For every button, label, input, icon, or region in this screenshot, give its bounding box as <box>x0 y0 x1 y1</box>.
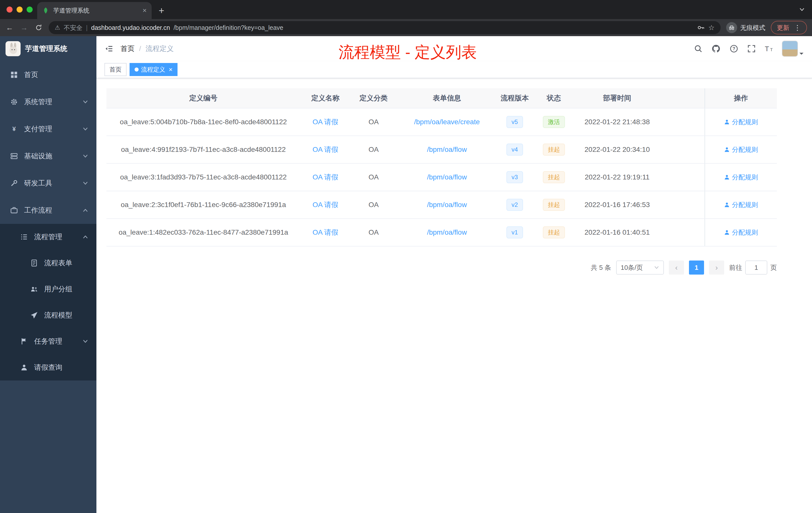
fullscreen-icon[interactable] <box>747 44 756 53</box>
status-badge: 挂起 <box>543 199 565 211</box>
next-page-button[interactable]: › <box>709 261 724 275</box>
sidebar-item-leave-query[interactable]: 请假查询 <box>0 354 96 381</box>
sidebar-item-label: 支付管理 <box>24 124 52 134</box>
sidebar-item-process-form[interactable]: 流程表单 <box>0 250 96 276</box>
status-badge: 挂起 <box>543 227 565 238</box>
sidebar-item-label: 任务管理 <box>34 337 62 346</box>
column-header: 定义名称 <box>300 88 350 108</box>
caret-down-icon <box>799 51 804 56</box>
tag-close-icon[interactable]: × <box>169 66 173 73</box>
sidebar-item-task-management[interactable]: 任务管理 <box>0 328 96 354</box>
update-label: 更新 <box>777 24 789 32</box>
sidebar-brand: 芋道管理系统 <box>0 36 96 61</box>
zoom-window-button[interactable] <box>27 6 33 12</box>
form-info-link[interactable]: /bpm/oa/flow <box>427 229 467 236</box>
chevron-down-icon <box>654 265 659 270</box>
font-size-icon[interactable] <box>765 44 773 53</box>
close-window-button[interactable] <box>6 6 12 12</box>
sidebar-item-process-management[interactable]: 流程管理 <box>0 224 96 250</box>
browser-menu-icon[interactable]: ⋮ <box>794 24 801 32</box>
deploy-time: 2022-01-22 19:19:11 <box>576 163 659 191</box>
form-info-link[interactable]: /bpm/oa/leave/create <box>414 118 480 126</box>
sidebar-item-dev-tools[interactable]: 研发工具 <box>0 170 96 197</box>
version-badge: v1 <box>506 227 523 238</box>
incognito-badge: 无痕模式 <box>726 22 765 33</box>
security-label[interactable]: 不安全 <box>64 24 83 32</box>
minimize-window-button[interactable] <box>17 6 23 12</box>
sidebar-item-process-model[interactable]: 流程模型 <box>0 302 96 328</box>
table-row: oa_leave:3:1fad3d93-7b75-11ec-a3c8-acde4… <box>107 163 777 191</box>
avatar[interactable] <box>782 41 798 56</box>
brand-logo-avatar <box>5 41 21 56</box>
tab-close-icon[interactable]: × <box>143 6 147 14</box>
chevron-down-icon <box>82 180 88 186</box>
definition-category: OA <box>350 191 397 218</box>
window-controls <box>6 6 33 12</box>
page-size-select[interactable]: 10条/页 <box>616 261 664 275</box>
sidebar-collapse-icon[interactable] <box>105 44 114 53</box>
sidebar-item-workflow[interactable]: 工作流程 <box>0 197 96 224</box>
assign-rule-link[interactable]: 分配规则 <box>724 173 758 182</box>
definition-name-link[interactable]: OA 请假 <box>313 200 339 210</box>
assign-rule-link[interactable]: 分配规则 <box>724 118 758 126</box>
form-info-link[interactable]: /bpm/oa/flow <box>427 173 467 181</box>
definition-name-link[interactable]: OA 请假 <box>313 228 339 237</box>
user-avatar-menu[interactable] <box>782 41 804 56</box>
bookmark-star-icon[interactable]: ☆ <box>708 24 715 32</box>
sidebar-item-home[interactable]: 首页 <box>0 61 96 88</box>
wrench-icon <box>10 179 18 187</box>
browser-toolbar: ← → ⚠ 不安全 | dashboard.yudao.iocoder.cn /… <box>0 19 812 36</box>
form-info-link[interactable]: /bpm/oa/flow <box>427 201 467 209</box>
help-icon[interactable] <box>730 44 738 53</box>
definition-category: OA <box>350 109 397 135</box>
column-header: 定义分类 <box>350 88 397 108</box>
goto-page-input[interactable] <box>745 261 767 275</box>
form-info-link[interactable]: /bpm/oa/flow <box>427 146 467 154</box>
address-bar[interactable]: ⚠ 不安全 | dashboard.yudao.iocoder.cn /bpm/… <box>49 21 721 34</box>
page-number-button[interactable]: 1 <box>689 261 704 275</box>
sidebar-item-payment-management[interactable]: 支付管理 <box>0 116 96 143</box>
browser-tab[interactable]: 芋道管理系统 × <box>37 2 152 19</box>
users-icon <box>30 285 38 293</box>
row-filler <box>659 191 704 218</box>
user-icon <box>724 147 730 153</box>
definition-name-link[interactable]: OA 请假 <box>313 117 339 127</box>
breadcrumb-home[interactable]: 首页 <box>120 44 135 54</box>
prev-page-button[interactable]: ‹ <box>669 261 684 275</box>
browser-update-button[interactable]: 更新 ⋮ <box>771 21 807 34</box>
password-key-icon[interactable] <box>697 24 705 31</box>
assign-rule-link[interactable]: 分配规则 <box>724 228 758 237</box>
goto-label: 前往 <box>729 263 742 272</box>
search-icon[interactable] <box>694 44 702 53</box>
column-header: 操作 <box>704 88 777 108</box>
reload-icon[interactable] <box>34 24 43 31</box>
sidebar-item-infrastructure[interactable]: 基础设施 <box>0 143 96 170</box>
user-icon <box>20 364 28 371</box>
back-icon[interactable]: ← <box>5 23 14 32</box>
sidebar-item-label: 流程模型 <box>44 310 72 320</box>
tab-search-icon[interactable] <box>799 6 805 12</box>
row-filler <box>659 163 704 191</box>
definition-id: oa_leave:1:482ec033-762a-11ec-8477-a2380… <box>107 219 300 246</box>
page-size-value: 10条/页 <box>621 263 643 272</box>
tag-process-definition[interactable]: 流程定义 × <box>129 63 177 76</box>
tag-label: 流程定义 <box>141 65 165 73</box>
sidebar-item-system-management[interactable]: 系统管理 <box>0 88 96 116</box>
github-icon[interactable] <box>712 44 721 53</box>
breadcrumb: 首页 / 流程定义 <box>120 44 174 54</box>
forward-icon[interactable]: → <box>20 23 29 32</box>
status-badge: 挂起 <box>543 144 565 156</box>
tag-home[interactable]: 首页 <box>105 63 126 76</box>
version-badge: v4 <box>506 144 523 156</box>
definition-name-link[interactable]: OA 请假 <box>313 145 339 154</box>
version-badge: v3 <box>506 171 523 183</box>
document-icon <box>30 259 38 267</box>
sidebar-item-label: 流程表单 <box>44 258 72 268</box>
definition-name-link[interactable]: OA 请假 <box>313 173 339 182</box>
assign-rule-link[interactable]: 分配规则 <box>724 201 758 209</box>
assign-rule-link[interactable]: 分配规则 <box>724 145 758 154</box>
sidebar-item-label: 系统管理 <box>24 97 52 107</box>
new-tab-button[interactable]: + <box>159 5 164 16</box>
sidebar-item-user-group[interactable]: 用户分组 <box>0 276 96 302</box>
definition-category: OA <box>350 136 397 163</box>
